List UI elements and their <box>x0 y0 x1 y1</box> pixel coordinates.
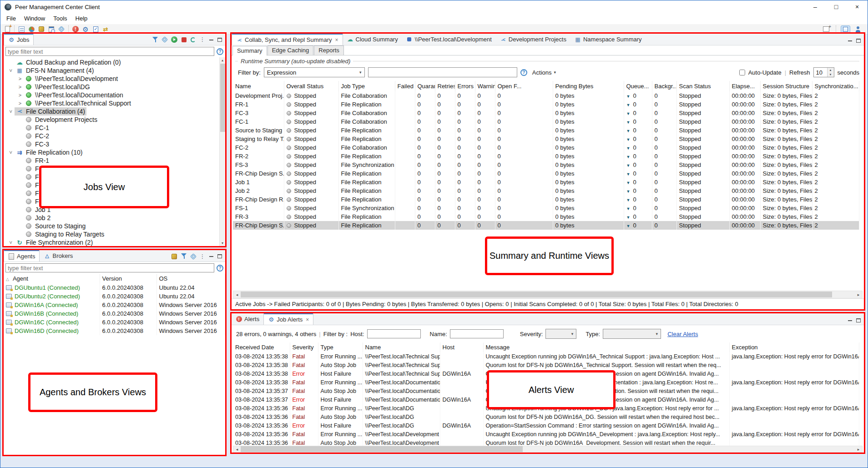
alerts-column-header[interactable]: Exception <box>729 342 859 352</box>
queue-dropdown-icon[interactable] <box>626 161 633 168</box>
agent-row[interactable]: DGWin16B (Connected) 6.0.0.20240308 Wind… <box>4 309 225 318</box>
alerts-column-header[interactable]: Type <box>318 342 363 352</box>
job-row[interactable]: FR-Chip Design S... Stopped File Replica… <box>233 221 859 230</box>
agent-row[interactable]: DGWin16A (Connected) 6.0.0.20240308 Wind… <box>4 301 225 309</box>
tree-item[interactable]: File Replication (10) <box>4 148 219 156</box>
filter-icon[interactable] <box>181 253 187 259</box>
job-row[interactable]: Source to Staging Stopped File Replicati… <box>233 126 859 135</box>
job-row[interactable]: FS-1 Stopped File Synchronization 0 0 0 … <box>233 204 859 212</box>
scroll-left-icon[interactable]: ◂ <box>233 447 241 452</box>
scroll-left-icon[interactable]: ◂ <box>233 292 241 297</box>
alerts-horizontal-scrollbar[interactable]: ◂ ▸ <box>233 446 863 453</box>
scroll-right-icon[interactable]: ▸ <box>855 447 862 452</box>
editor-tab[interactable]: \\PeerTest.local\Development <box>402 34 496 45</box>
alerts-tab[interactable]: Alerts <box>232 313 263 325</box>
menu-file[interactable]: File <box>2 13 20 24</box>
queue-dropdown-icon[interactable] <box>626 179 633 186</box>
clear-alerts-link[interactable]: Clear Alerts <box>667 331 698 337</box>
queue-dropdown-icon[interactable] <box>626 196 633 203</box>
queue-dropdown-icon[interactable] <box>626 222 633 229</box>
menu-help[interactable]: Help <box>71 13 92 24</box>
menu-window[interactable]: Window <box>20 13 49 24</box>
tags-icon[interactable] <box>190 253 197 259</box>
summary-column-header[interactable]: Warnin... <box>475 81 495 91</box>
tree-item[interactable]: \\PeerTest.local\Development <box>4 75 219 83</box>
summary-column-header[interactable]: Errors <box>455 81 475 91</box>
tags-icon[interactable] <box>161 36 168 43</box>
expand-arrow-icon[interactable] <box>7 240 15 245</box>
job-row[interactable]: Staging to Relay T... Stopped File Repli… <box>233 135 859 143</box>
tree-item[interactable]: \\PeerTest.local\DG <box>4 83 219 91</box>
severity-select[interactable] <box>545 329 576 339</box>
scrollbar-thumb[interactable] <box>220 64 225 132</box>
expand-arrow-icon[interactable] <box>7 68 15 73</box>
spin-down-icon[interactable]: ▼ <box>828 72 834 77</box>
scroll-up-icon[interactable]: ▴ <box>220 57 225 63</box>
editor-tab[interactable]: Collab, Sync, and Repl Summary × <box>232 34 343 45</box>
scroll-right-icon[interactable]: ▸ <box>855 292 862 297</box>
expand-arrow-icon[interactable] <box>16 84 24 90</box>
queue-dropdown-icon[interactable] <box>626 110 633 116</box>
help-icon[interactable] <box>217 265 223 272</box>
alert-row[interactable]: 03-08-2024 13:35:36 Fatal Auto Stop Job … <box>233 438 859 446</box>
queue-dropdown-icon[interactable] <box>626 127 633 134</box>
tree-item[interactable]: FR-1 <box>4 156 219 165</box>
subtab[interactable]: Summary <box>232 46 267 55</box>
tree-item[interactable]: FC-3 <box>4 140 219 148</box>
agents-column-header[interactable]: △Agent <box>4 274 100 283</box>
agents-brokers-tab[interactable]: Agents <box>4 250 40 262</box>
agent-row[interactable]: DGWin16C (Connected) 6.0.0.20240308 Wind… <box>4 318 225 327</box>
summary-column-header[interactable]: Overall Status <box>284 81 338 91</box>
job-row[interactable]: FR-2 Stopped File Replication 0 0 0 0 0 … <box>233 152 859 161</box>
expand-arrow-icon[interactable] <box>16 101 24 106</box>
alerts-column-header[interactable]: Received Date <box>233 342 290 352</box>
window-close-button[interactable]: × <box>847 0 868 13</box>
maximize-view-icon[interactable] <box>217 38 222 42</box>
queue-dropdown-icon[interactable] <box>626 205 633 211</box>
summary-column-header[interactable]: Pending Bytes <box>553 81 624 91</box>
host-filter-input[interactable] <box>367 329 421 338</box>
alerts-column-header[interactable]: Message <box>483 342 729 352</box>
maximize-view-icon[interactable] <box>856 318 861 322</box>
tree-item[interactable]: Cloud Backup and Replication (0) <box>4 58 219 66</box>
queue-dropdown-icon[interactable] <box>626 118 633 125</box>
minimize-view-icon[interactable] <box>848 320 852 321</box>
filter-mode-select[interactable]: Expression <box>264 67 365 77</box>
queue-dropdown-icon[interactable] <box>626 92 633 99</box>
summary-column-header[interactable]: Scan Status <box>676 81 729 91</box>
subtab[interactable]: Edge Caching <box>267 45 314 55</box>
tree-item[interactable]: FC-2 <box>4 132 219 140</box>
agents-brokers-tab[interactable]: Brokers <box>40 250 77 262</box>
maximize-view-icon[interactable] <box>856 39 861 43</box>
tree-item[interactable]: Source to Staging <box>4 222 219 230</box>
summary-column-header[interactable]: Backgr... <box>652 81 676 91</box>
job-row[interactable]: FR-3 Stopped File Replication 0 0 0 0 0 … <box>233 212 859 221</box>
auto-update-checkbox[interactable] <box>739 70 745 75</box>
alerts-column-header[interactable]: Host <box>440 342 483 352</box>
queue-dropdown-icon[interactable] <box>626 101 633 108</box>
minimize-view-icon[interactable] <box>209 256 213 257</box>
alert-row[interactable]: 03-08-2024 13:35:36 Error Host Failure \… <box>233 421 859 430</box>
tree-item[interactable]: \\PeerTest.local\Documentation <box>4 91 219 99</box>
agent-row[interactable]: DGWin16D (Connected) 6.0.0.20240308 Wind… <box>4 327 225 335</box>
tree-item[interactable]: DFS-N Management (4) <box>4 66 219 75</box>
tree-item[interactable]: File Collaboration (4) <box>4 107 219 116</box>
filter-icon[interactable] <box>152 37 158 43</box>
summary-horizontal-scrollbar[interactable]: ◂ ▸ <box>233 291 863 298</box>
expand-arrow-icon[interactable] <box>16 92 24 98</box>
tree-item[interactable]: File Synchronization (2) <box>4 238 219 246</box>
window-maximize-button[interactable]: □ <box>826 0 847 13</box>
scroll-down-icon[interactable]: ▾ <box>220 240 225 246</box>
name-filter-input[interactable] <box>450 329 504 338</box>
subtab[interactable]: Reports <box>314 45 344 55</box>
summary-column-header[interactable]: Elapse... <box>729 81 760 91</box>
job-row[interactable]: FR-Chip Design R... Stopped File Replica… <box>233 195 859 204</box>
agents-filter-input[interactable] <box>5 263 214 272</box>
summary-column-header[interactable]: Name <box>233 81 284 91</box>
job-row[interactable]: FR-Chip Design S... Stopped File Replica… <box>233 169 859 178</box>
agent-row[interactable]: DGUbuntu1 (Connected) 6.0.0.20240308 Ubu… <box>4 283 225 292</box>
jobs-filter-input[interactable] <box>5 47 214 56</box>
alert-row[interactable]: 03-08-2024 13:35:38 Fatal Error Running … <box>233 352 859 361</box>
queue-dropdown-icon[interactable] <box>626 144 633 151</box>
close-icon[interactable]: × <box>335 37 338 43</box>
